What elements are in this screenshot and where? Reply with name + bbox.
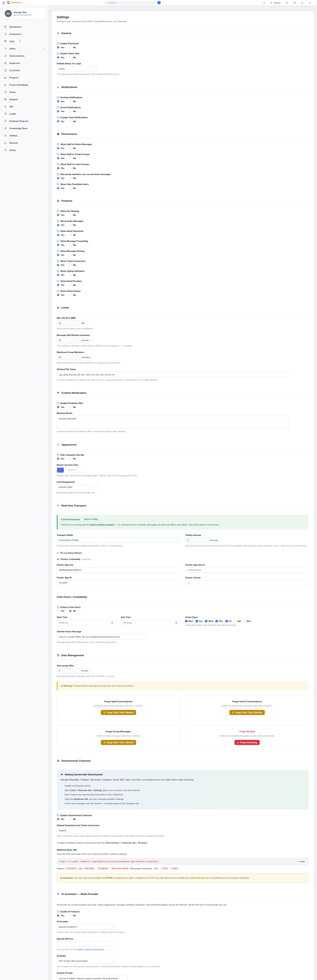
radio-yes[interactable]: Yes: [57, 46, 64, 49]
profile-card[interactable]: GD George Doe george.doe@gmail.c...: [2, 8, 46, 19]
radio-yes[interactable]: Yes: [57, 264, 64, 266]
radio-yes[interactable]: Yes: [57, 224, 64, 226]
radio-yes[interactable]: Yes: [57, 234, 64, 236]
sidebar-item-customers[interactable]: Customers: [2, 30, 46, 38]
radio-no[interactable]: No: [69, 120, 76, 123]
inline-link[interactable]: platform.openai.com/api-keys: [78, 948, 104, 951]
sidebar-item-estimate-request[interactable]: Estimate Request: [2, 118, 46, 125]
select-control[interactable]: Default (Light): [57, 485, 97, 490]
sidebar-item-subscriptions[interactable]: Subscriptions: [2, 52, 46, 59]
sidebar-item-dashboard[interactable]: Dashboard: [2, 23, 46, 30]
day-checkbox-sat[interactable]: Sat: [234, 620, 241, 622]
radio-yes[interactable]: Yes: [57, 214, 64, 216]
clock-icon[interactable]: [301, 2, 303, 4]
checklist-icon[interactable]: [293, 2, 296, 4]
textarea-input[interactable]: blocked, blocked4: [57, 416, 288, 429]
sidebar-item-contracts[interactable]: Contracts: [2, 67, 46, 74]
radio-no[interactable]: No: [69, 187, 76, 189]
radio-no[interactable]: No: [69, 818, 76, 821]
radio-no[interactable]: No: [69, 274, 76, 276]
radio-no[interactable]: No: [69, 264, 76, 266]
sidebar-item-projects[interactable]: Projects: [2, 74, 46, 81]
quick-add-button[interactable]: +: [157, 1, 161, 4]
end-time-input[interactable]: 06:00 μμ: [121, 620, 180, 626]
radio-no[interactable]: No: [69, 110, 76, 113]
resize-handle[interactable]: [286, 426, 288, 428]
start-time-input[interactable]: 09:00 πμ: [57, 620, 116, 626]
app-logo[interactable]: themesic: [7, 1, 22, 4]
day-checkbox-wed[interactable]: ✓Wed: [205, 620, 213, 622]
purge-button[interactable]: ⚠Purge Everything: [234, 740, 259, 745]
radio-no[interactable]: No: [69, 100, 76, 102]
radio-yes[interactable]: Yes: [57, 167, 64, 169]
radio-yes[interactable]: Yes: [57, 406, 64, 408]
radio-no[interactable]: No: [69, 254, 76, 256]
radio-yes[interactable]: Yes: [57, 177, 64, 179]
radio-yes[interactable]: Yes: [57, 147, 64, 150]
radio-yes[interactable]: Yes: [57, 457, 64, 460]
unit-input[interactable]: 10MB: [57, 320, 87, 326]
sidebar-item-chat[interactable]: Chat8: [2, 38, 46, 45]
unit-input[interactable]: 50members: [57, 355, 93, 360]
sidebar-item-api[interactable]: API: [2, 103, 46, 110]
sidebar-item-expenses[interactable]: Expenses: [2, 59, 46, 67]
day-checkbox-sun[interactable]: Sun: [243, 620, 251, 622]
sidebar-item-leads[interactable]: Leads: [2, 110, 46, 118]
menu-icon[interactable]: [2, 2, 5, 5]
radio-yes[interactable]: Yes: [57, 56, 64, 59]
radio-no[interactable]: No: [69, 224, 76, 226]
radio-yes[interactable]: Yes: [57, 157, 64, 159]
radio-no[interactable]: No: [69, 243, 76, 246]
sidebar-item-project-roadmap[interactable]: Project Roadmap: [2, 81, 46, 88]
sidebar-item-support[interactable]: Support: [2, 95, 46, 103]
radio-no[interactable]: No: [69, 46, 76, 49]
text-input[interactable]: a9bf8468dbdc55df5a7c: [57, 568, 180, 573]
text-input[interactable]: Chat is currently offline. We are availa…: [57, 634, 146, 640]
radio-yes[interactable]: Yes: [57, 283, 64, 286]
unit-input[interactable]: 0months: [57, 668, 91, 673]
radio-yes[interactable]: Yes: [57, 610, 64, 612]
purge-button[interactable]: Purge Older Than 3 Months: [229, 710, 265, 715]
radio-no[interactable]: No: [69, 214, 76, 216]
unit-input[interactable]: 15minutes: [57, 338, 92, 343]
re-run-setup-wizard-link[interactable]: Re-run Setup Wizard: [57, 552, 309, 554]
radio-no[interactable]: No: [69, 147, 76, 150]
sidebar-item-setup[interactable]: Setup: [2, 146, 46, 154]
sidebar-item-utilities[interactable]: Utilities: [2, 132, 46, 139]
select-control[interactable]: Support: [57, 828, 97, 833]
purge-button[interactable]: Purge Older Than 3 Months: [101, 740, 136, 745]
text-input[interactable]: ••••••••••••••••••: [186, 568, 309, 573]
share-icon[interactable]: [286, 2, 288, 4]
radio-no[interactable]: No: [69, 914, 76, 917]
select-control[interactable]: OpenAI (ChatGPT): [57, 924, 116, 929]
text-input[interactable]: [57, 942, 116, 947]
radio-yes[interactable]: Yes: [57, 110, 64, 113]
textarea-input[interactable]: You are a helpful customer support assis…: [57, 975, 128, 980]
select-control[interactable]: GPT-4o Mini (Recommended): [57, 958, 116, 964]
radio-yes[interactable]: Yes: [57, 120, 64, 123]
text-input[interactable]: .jpg,.jpeg,.png,.gif,.pdf,.doc,.docx,.xl…: [57, 372, 288, 377]
radio-yes[interactable]: Yes: [57, 274, 64, 276]
radio-no[interactable]: No: [69, 406, 76, 408]
radio-yes[interactable]: Yes: [57, 294, 64, 296]
top-settings-link[interactable]: Settings: [270, 2, 280, 4]
text-input[interactable]: eu: [186, 580, 309, 585]
radio-no[interactable]: No: [69, 457, 76, 460]
radio-no[interactable]: No: [69, 234, 76, 236]
radio-no[interactable]: No: [69, 177, 76, 179]
radio-no[interactable]: No: [69, 157, 76, 159]
radio-yes[interactable]: Yes: [57, 100, 64, 102]
bell-icon[interactable]: [309, 2, 311, 4]
color-swatch[interactable]: [57, 468, 64, 473]
purge-button[interactable]: Purge Older Than 3 Months: [101, 710, 136, 715]
day-checkbox-thu[interactable]: ✓Thu: [215, 620, 223, 622]
day-checkbox-tue[interactable]: ✓Tue: [195, 620, 203, 622]
day-checkbox-fri[interactable]: ✓Fri: [226, 620, 232, 622]
radio-no[interactable]: No: [69, 56, 76, 59]
color-hex-input[interactable]: #546bf1: [66, 468, 86, 473]
sidebar-item-reports[interactable]: Reports: [2, 139, 46, 146]
sidebar-item-tasks[interactable]: Tasks: [2, 88, 46, 95]
sidebar-item-sales[interactable]: Sales‹: [2, 45, 46, 52]
radio-no[interactable]: No: [69, 167, 76, 169]
sidebar-item-knowledge-base[interactable]: Knowledge Base: [2, 125, 46, 132]
